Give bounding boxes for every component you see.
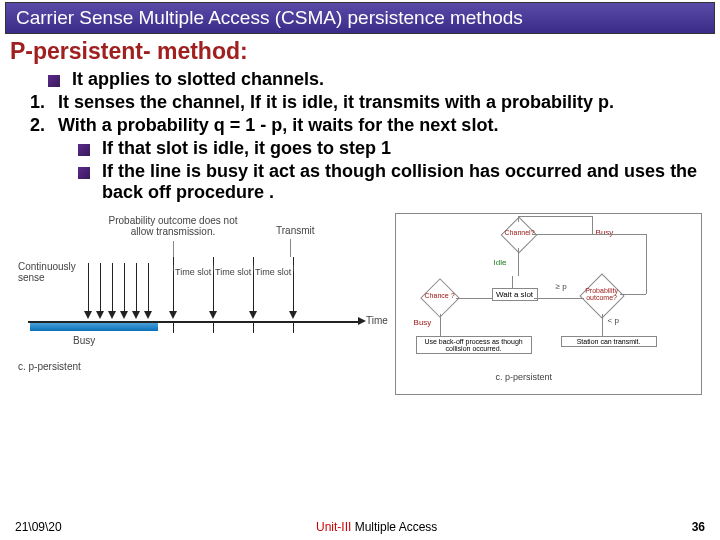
- caption-right: c. p-persistent: [496, 372, 553, 382]
- label-prob-outcome: Probability outcome does not allow trans…: [108, 215, 238, 237]
- arrow-right-icon: [358, 317, 366, 325]
- title-text: Carrier Sense Multiple Access (CSMA) per…: [16, 7, 523, 28]
- label-cont-sense: Continuously sense: [18, 261, 90, 283]
- footer: 21\09\20 36 Unit-III Multiple Access: [0, 520, 720, 534]
- label-transmit: Transmit: [276, 225, 315, 236]
- label-busy2: Busy: [414, 318, 432, 327]
- label-timeslot: Time slot: [215, 267, 251, 277]
- square-bullet-icon: [78, 144, 90, 156]
- square-bullet-icon: [48, 75, 60, 87]
- number-label: 2.: [30, 115, 50, 136]
- footer-page: 36: [692, 520, 705, 534]
- footer-unit-red: Unit-III: [316, 520, 351, 534]
- label-time: Time: [366, 315, 388, 326]
- subtitle-text: P-persistent- method:: [10, 38, 248, 64]
- label-timeslot: Time slot: [175, 267, 211, 277]
- arrow-down-icon: [108, 311, 116, 319]
- timing-diagram: Probability outcome does not allow trans…: [18, 213, 385, 383]
- sub-bullet-text: If that slot is idle, it goes to step 1: [102, 138, 391, 159]
- arrow-down-icon: [120, 311, 128, 319]
- item-text: With a probability q = 1 - p, it waits f…: [58, 115, 498, 136]
- item-text: It senses the channel, If it is idle, it…: [58, 92, 614, 113]
- bullet-item: It applies to slotted channels.: [48, 69, 705, 90]
- box-backoff: Use back-off process as though collision…: [416, 336, 532, 354]
- footer-date: 21\09\20: [15, 520, 62, 534]
- title-bar: Carrier Sense Multiple Access (CSMA) per…: [5, 2, 715, 34]
- box-transmit: Station can transmit.: [561, 336, 657, 347]
- busy-bar: [30, 323, 158, 331]
- square-bullet-icon: [78, 167, 90, 179]
- footer-unit: Unit-III Multiple Access: [15, 520, 705, 534]
- label-busy: Busy: [73, 335, 95, 346]
- footer-unit-rest: Multiple Access: [351, 520, 437, 534]
- diagrams-row: Probability outcome does not allow trans…: [0, 205, 720, 395]
- subtitle: P-persistent- method:: [0, 34, 720, 67]
- arrow-down-icon: [132, 311, 140, 319]
- number-label: 1.: [30, 92, 50, 113]
- arrow-down-icon: [289, 311, 297, 319]
- arrow-down-icon: [209, 311, 217, 319]
- arrow-down-icon: [169, 311, 177, 319]
- sub-bullet-text: If the line is busy it act as though col…: [102, 161, 705, 203]
- numbered-item: 1. It senses the channel, If it is idle,…: [30, 92, 705, 113]
- sub-bullet-item: If that slot is idle, it goes to step 1: [78, 138, 705, 159]
- content-block: It applies to slotted channels. 1. It se…: [0, 67, 720, 203]
- bullet-text: It applies to slotted channels.: [72, 69, 324, 90]
- box-wait-slot: Wait a slot: [492, 288, 538, 301]
- arrow-down-icon: [84, 311, 92, 319]
- arrow-down-icon: [249, 311, 257, 319]
- arrow-down-icon: [96, 311, 104, 319]
- arrow-down-icon: [144, 311, 152, 319]
- label-busy: Busy: [596, 228, 614, 237]
- caption-left: c. p-persistent: [18, 361, 81, 372]
- label-idle: Idle: [494, 258, 507, 267]
- sub-bullet-item: If the line is busy it act as though col…: [78, 161, 705, 203]
- label-timeslot: Time slot: [255, 267, 291, 277]
- numbered-item: 2. With a probability q = 1 - p, it wait…: [30, 115, 705, 136]
- label-ltp: < p: [608, 316, 619, 325]
- label-gep: ≥ p: [556, 282, 567, 291]
- flowchart-diagram: Channel? Busy Idle Chance ? Wait a slot …: [395, 213, 702, 395]
